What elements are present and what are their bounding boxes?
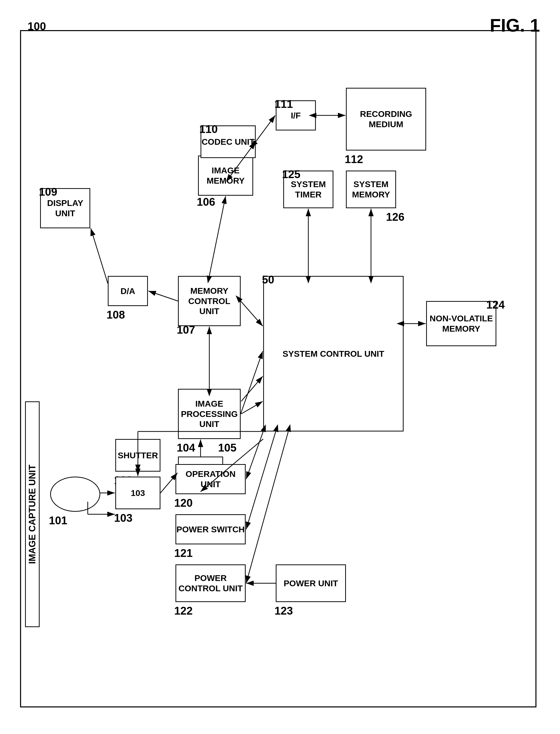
ref-50: 50: [262, 273, 274, 286]
ref-101: 101: [49, 514, 67, 527]
page: FIG. 1 100 IMAGE CAPTURE UNIT 101 SHUTTE…: [0, 0, 560, 734]
block-image-processing: IMAGEPROCESSINGUNIT: [178, 389, 241, 439]
block-recording-medium: RECORDINGMEDIUM: [346, 88, 426, 150]
ref-105: 105: [218, 442, 236, 454]
block-image-memory: IMAGEMEMORY: [198, 155, 253, 196]
block-memory-control: MEMORYCONTROLUNIT: [178, 276, 241, 326]
ref-110: 110: [199, 123, 218, 135]
ref-112: 112: [345, 153, 363, 165]
block-lens: [50, 477, 100, 512]
ref-120: 120: [174, 497, 193, 509]
block-non-volatile: NON-VOLATILEMEMORY: [426, 301, 496, 346]
block-operation: OPERATION UNIT: [175, 464, 246, 494]
ref-107: 107: [177, 323, 195, 336]
ref-103: 103: [114, 512, 132, 524]
ref-106: 106: [197, 196, 215, 208]
ref-125: 125: [282, 168, 300, 181]
block-shutter: SHUTTER: [115, 439, 160, 472]
block-da: D/A: [108, 276, 148, 306]
ref-111: 111: [274, 98, 293, 110]
ref-104: 104: [177, 442, 195, 454]
ref-126: 126: [386, 211, 404, 223]
block-103: 103: [115, 477, 160, 509]
ref-108: 108: [107, 308, 125, 321]
ref-124: 124: [486, 298, 505, 311]
ref-122: 122: [174, 605, 193, 617]
ref-109: 109: [39, 186, 57, 198]
image-capture-unit-label: IMAGE CAPTURE UNIT: [25, 402, 40, 627]
block-power-control: POWER CONTROL UNIT: [175, 564, 246, 602]
ref-121: 121: [174, 547, 193, 559]
block-power-unit: POWER UNIT: [276, 564, 346, 602]
ref-123: 123: [274, 605, 293, 617]
block-power-switch: POWER SWITCH: [175, 514, 246, 544]
block-system-control: SYSTEM CONTROL UNIT: [263, 276, 404, 432]
block-system-memory: SYSTEMMEMORY: [346, 171, 396, 208]
